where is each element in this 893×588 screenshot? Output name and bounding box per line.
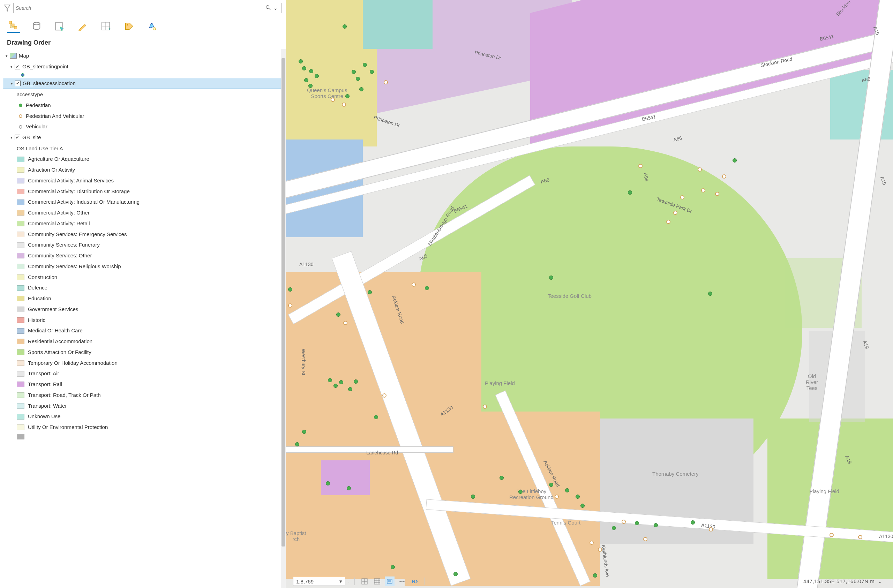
class-row[interactable]: Transport: Road, Track Or Path xyxy=(3,390,283,401)
color-swatch xyxy=(17,156,24,162)
class-row[interactable]: Commercial Activity: Distribution Or Sto… xyxy=(3,186,283,197)
list-by-drawing-order-button[interactable] xyxy=(7,20,20,33)
scrollbar[interactable] xyxy=(281,49,286,588)
search-input-wrap[interactable]: ⌄ xyxy=(13,3,281,13)
symbol-routing-point[interactable] xyxy=(3,72,283,78)
correction-button[interactable]: N xyxy=(410,576,419,586)
color-swatch xyxy=(17,317,24,323)
layer-siteaccesslocation[interactable]: GB_siteaccesslocation xyxy=(3,78,283,89)
color-swatch xyxy=(17,307,24,312)
search-input[interactable] xyxy=(16,5,265,11)
class-row[interactable]: Community Services: Religious Worship xyxy=(3,261,283,272)
map-view[interactable]: Princeton DrPrinceton DrStockton RoadA66… xyxy=(286,0,893,588)
layer-gb-site[interactable]: GB_site xyxy=(3,132,283,143)
visibility-checkbox[interactable] xyxy=(15,81,21,86)
class-row[interactable]: Transport: Rail xyxy=(3,379,283,390)
class-row[interactable]: Commercial Activity: Retail xyxy=(3,218,283,229)
expand-icon[interactable] xyxy=(9,80,14,86)
access-point xyxy=(622,520,626,524)
list-by-editing-button[interactable] xyxy=(76,20,89,33)
list-by-snapping-button[interactable]: + xyxy=(99,20,112,33)
class-label: Community Services: Funerary xyxy=(28,241,100,250)
class-row[interactable]: Commercial Activity: Industrial Or Manuf… xyxy=(3,197,283,208)
class-row[interactable]: Utility Or Environmental Protection xyxy=(3,422,283,433)
map-label: Map xyxy=(19,52,29,60)
class-label: Defence xyxy=(28,284,47,292)
class-row[interactable]: Transport: Water xyxy=(3,401,283,412)
class-row[interactable] xyxy=(3,433,283,441)
search-icon[interactable] xyxy=(265,5,272,11)
dynamic-constraints-button[interactable] xyxy=(385,576,394,586)
color-swatch xyxy=(17,382,24,387)
class-row[interactable]: Community Services: Other xyxy=(3,250,283,261)
grid-button[interactable] xyxy=(372,576,382,586)
class-row[interactable]: Agriculture Or Aquaculture xyxy=(3,154,283,165)
access-point xyxy=(288,287,292,292)
svg-point-0 xyxy=(266,5,269,8)
visibility-checkbox[interactable] xyxy=(15,135,20,140)
class-row[interactable]: Medical Or Health Care xyxy=(3,325,283,336)
svg-rect-4 xyxy=(14,26,17,29)
snap-to-grid-button[interactable] xyxy=(360,576,370,586)
access-point xyxy=(471,495,475,499)
color-swatch xyxy=(17,264,24,269)
class-row[interactable]: Sports Attraction Or Facility xyxy=(3,347,283,358)
color-swatch xyxy=(17,349,24,355)
svg-point-7 xyxy=(33,22,40,25)
access-point xyxy=(343,24,347,29)
access-point xyxy=(580,504,585,508)
layer-siteroutingpoint[interactable]: GB_siteroutingpoint xyxy=(3,62,283,72)
class-label: Transport: Road, Track Or Path xyxy=(28,391,101,400)
layer-tree[interactable]: Map GB_siteroutingpoint GB_siteaccessloc… xyxy=(0,49,286,588)
class-row[interactable]: Commercial Activity: Animal Services xyxy=(3,175,283,186)
map-footer: 1:8,769 ▾ · N 447,151.35E 517,166.07N m … xyxy=(293,575,893,588)
access-point xyxy=(628,190,632,195)
list-by-data-source-button[interactable] xyxy=(30,20,43,33)
class-row[interactable]: Community Services: Funerary xyxy=(3,240,283,250)
inference-constraints-button[interactable] xyxy=(397,576,407,586)
list-by-labeling-button[interactable] xyxy=(122,20,135,33)
class-label: Transport: Water xyxy=(28,402,67,411)
scale-selector[interactable]: 1:8,769 ▾ xyxy=(293,577,345,586)
field-accesstype: accesstype xyxy=(3,89,283,100)
class-row[interactable]: Unknown Use xyxy=(3,411,283,422)
class-row[interactable]: Temporary Or Holiday Accommodation xyxy=(3,358,283,368)
access-point xyxy=(598,547,602,552)
class-row[interactable]: Commercial Activity: Other xyxy=(3,208,283,218)
color-swatch xyxy=(17,393,24,398)
expand-icon[interactable] xyxy=(4,53,9,59)
symbol-label: Pedestrian And Vehicular xyxy=(26,112,84,121)
contents-toolbar: + xyxy=(0,16,286,36)
filter-icon[interactable] xyxy=(4,4,11,12)
chevron-down-icon[interactable]: ⌄ xyxy=(272,5,279,11)
expand-icon[interactable] xyxy=(9,63,14,70)
access-point xyxy=(666,220,671,224)
class-row[interactable]: Education xyxy=(3,293,283,304)
expand-icon[interactable] xyxy=(9,134,14,141)
class-row[interactable]: Residential Accommodation xyxy=(3,336,283,347)
symbol-label: Vehicular xyxy=(26,122,47,131)
layer-label: GB_site xyxy=(23,133,41,142)
scroll-thumb[interactable] xyxy=(281,58,285,546)
map-node[interactable]: Map xyxy=(3,51,283,62)
class-label: Commercial Activity: Animal Services xyxy=(28,176,114,185)
list-by-selection-button[interactable] xyxy=(53,20,66,33)
map-icon xyxy=(10,53,17,59)
class-row[interactable]: Community Services: Emergency Services xyxy=(3,229,283,240)
class-row[interactable]: Historic xyxy=(3,315,283,326)
visibility-checkbox[interactable] xyxy=(15,64,20,69)
access-point xyxy=(359,87,364,92)
class-row[interactable]: Attraction Or Activity xyxy=(3,165,283,175)
symbol-row[interactable]: Pedestrian xyxy=(3,100,283,111)
symbol-row[interactable]: Pedestrian And Vehicular xyxy=(3,111,283,122)
class-row[interactable]: Construction xyxy=(3,272,283,283)
class-label: Transport: Air xyxy=(28,369,59,378)
list-by-perspective-button[interactable] xyxy=(145,20,158,33)
access-point xyxy=(336,313,340,317)
access-point xyxy=(331,98,335,102)
class-row[interactable]: Transport: Air xyxy=(3,368,283,379)
class-row[interactable]: Government Services xyxy=(3,304,283,315)
chevron-down-icon[interactable]: ▾ xyxy=(340,578,342,585)
symbol-row[interactable]: Vehicular xyxy=(3,121,283,132)
class-row[interactable]: Defence xyxy=(3,283,283,293)
